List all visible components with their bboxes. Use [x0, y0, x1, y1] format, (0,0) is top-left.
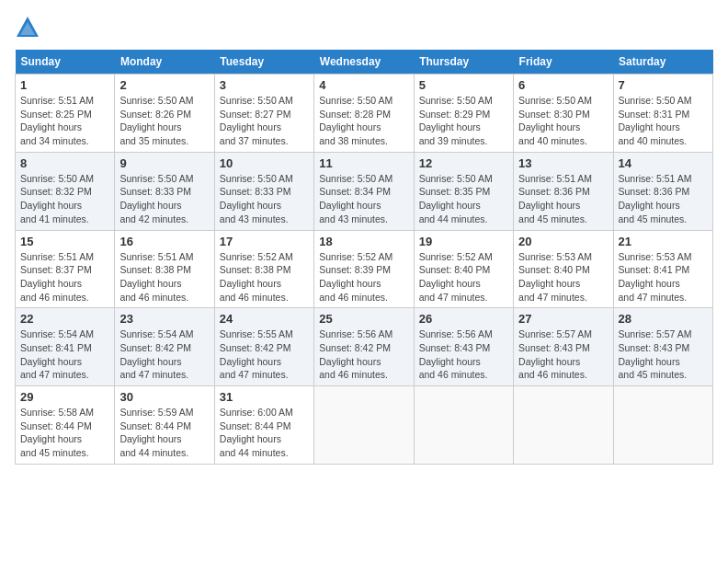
day-detail: Sunrise: 5:57 AM Sunset: 8:43 PM Dayligh…	[619, 327, 708, 382]
calendar-day-cell: 29 Sunrise: 5:58 AM Sunset: 8:44 PM Dayl…	[16, 386, 115, 465]
day-number: 20	[518, 235, 608, 248]
day-detail: Sunrise: 5:51 AM Sunset: 8:38 PM Dayligh…	[119, 250, 209, 304]
day-number: 15	[20, 235, 109, 248]
day-detail: Sunrise: 5:51 AM Sunset: 8:36 PM Dayligh…	[619, 172, 708, 226]
logo	[15, 15, 44, 40]
day-number: 17	[220, 235, 309, 248]
calendar-day-cell: 1 Sunrise: 5:51 AM Sunset: 8:25 PM Dayli…	[16, 75, 115, 153]
day-detail: Sunrise: 5:50 AM Sunset: 8:35 PM Dayligh…	[419, 172, 508, 226]
day-number: 25	[319, 312, 408, 326]
calendar-day-cell: 26 Sunrise: 5:56 AM Sunset: 8:43 PM Dayl…	[414, 308, 513, 386]
day-detail: Sunrise: 5:56 AM Sunset: 8:43 PM Dayligh…	[419, 327, 508, 382]
day-detail: Sunrise: 5:50 AM Sunset: 8:30 PM Dayligh…	[518, 94, 608, 148]
calendar-day-cell: 14 Sunrise: 5:51 AM Sunset: 8:36 PM Dayl…	[613, 152, 712, 230]
calendar-day-cell: 15 Sunrise: 5:51 AM Sunset: 8:37 PM Dayl…	[16, 230, 115, 308]
day-number: 12	[419, 156, 508, 170]
day-number: 30	[119, 390, 209, 404]
weekday-row: SundayMondayTuesdayWednesdayThursdayFrid…	[16, 50, 713, 75]
day-number: 6	[518, 78, 608, 92]
day-detail: Sunrise: 5:50 AM Sunset: 8:32 PM Dayligh…	[20, 172, 109, 226]
day-number: 3	[220, 78, 309, 92]
day-detail: Sunrise: 5:50 AM Sunset: 8:33 PM Dayligh…	[119, 172, 209, 226]
calendar-day-cell: 2 Sunrise: 5:50 AM Sunset: 8:26 PM Dayli…	[115, 75, 214, 153]
calendar-day-cell: 10 Sunrise: 5:50 AM Sunset: 8:33 PM Dayl…	[214, 152, 313, 230]
calendar-day-cell: 30 Sunrise: 5:59 AM Sunset: 8:44 PM Dayl…	[115, 386, 214, 465]
day-detail: Sunrise: 5:54 AM Sunset: 8:42 PM Dayligh…	[119, 327, 209, 382]
calendar-day-cell	[613, 386, 712, 465]
calendar-table: SundayMondayTuesdayWednesdayThursdayFrid…	[15, 50, 713, 465]
day-number: 5	[419, 78, 508, 92]
day-detail: Sunrise: 6:00 AM Sunset: 8:44 PM Dayligh…	[220, 406, 309, 460]
calendar-week-row: 15 Sunrise: 5:51 AM Sunset: 8:37 PM Dayl…	[16, 230, 713, 308]
day-number: 1	[20, 78, 109, 92]
day-number: 11	[319, 156, 408, 170]
day-number: 24	[220, 312, 309, 326]
calendar-day-cell: 5 Sunrise: 5:50 AM Sunset: 8:29 PM Dayli…	[414, 75, 513, 153]
day-detail: Sunrise: 5:53 AM Sunset: 8:41 PM Dayligh…	[619, 250, 708, 304]
calendar-day-cell: 13 Sunrise: 5:51 AM Sunset: 8:36 PM Dayl…	[514, 152, 613, 230]
weekday-header: Monday	[115, 50, 214, 75]
day-number: 8	[20, 156, 109, 170]
calendar-day-cell: 20 Sunrise: 5:53 AM Sunset: 8:40 PM Dayl…	[514, 230, 613, 308]
calendar-day-cell: 25 Sunrise: 5:56 AM Sunset: 8:42 PM Dayl…	[314, 308, 414, 386]
day-detail: Sunrise: 5:54 AM Sunset: 8:41 PM Dayligh…	[20, 327, 109, 382]
calendar-day-cell: 28 Sunrise: 5:57 AM Sunset: 8:43 PM Dayl…	[613, 308, 712, 386]
weekday-header: Wednesday	[314, 50, 414, 75]
calendar-day-cell: 23 Sunrise: 5:54 AM Sunset: 8:42 PM Dayl…	[115, 308, 214, 386]
day-number: 22	[20, 312, 109, 326]
calendar-day-cell: 18 Sunrise: 5:52 AM Sunset: 8:39 PM Dayl…	[314, 230, 414, 308]
calendar-day-cell: 27 Sunrise: 5:57 AM Sunset: 8:43 PM Dayl…	[514, 308, 613, 386]
day-number: 27	[518, 312, 608, 326]
day-number: 23	[119, 312, 209, 326]
calendar-day-cell: 9 Sunrise: 5:50 AM Sunset: 8:33 PM Dayli…	[115, 152, 214, 230]
calendar-day-cell: 24 Sunrise: 5:55 AM Sunset: 8:42 PM Dayl…	[214, 308, 313, 386]
day-detail: Sunrise: 5:52 AM Sunset: 8:40 PM Dayligh…	[419, 250, 508, 304]
day-detail: Sunrise: 5:50 AM Sunset: 8:31 PM Dayligh…	[619, 94, 708, 148]
day-number: 26	[419, 312, 508, 326]
day-detail: Sunrise: 5:50 AM Sunset: 8:27 PM Dayligh…	[220, 94, 309, 148]
calendar-day-cell	[514, 386, 613, 465]
day-detail: Sunrise: 5:55 AM Sunset: 8:42 PM Dayligh…	[220, 327, 309, 382]
day-detail: Sunrise: 5:50 AM Sunset: 8:34 PM Dayligh…	[319, 172, 408, 226]
day-detail: Sunrise: 5:57 AM Sunset: 8:43 PM Dayligh…	[518, 327, 608, 382]
day-number: 7	[619, 78, 708, 92]
day-number: 13	[518, 156, 608, 170]
day-detail: Sunrise: 5:50 AM Sunset: 8:29 PM Dayligh…	[419, 94, 508, 148]
day-number: 31	[220, 390, 309, 404]
weekday-header: Saturday	[613, 50, 712, 75]
day-detail: Sunrise: 5:50 AM Sunset: 8:26 PM Dayligh…	[119, 94, 209, 148]
day-number: 18	[319, 235, 408, 248]
page-header	[15, 15, 713, 40]
calendar-week-row: 29 Sunrise: 5:58 AM Sunset: 8:44 PM Dayl…	[16, 386, 713, 465]
day-detail: Sunrise: 5:56 AM Sunset: 8:42 PM Dayligh…	[319, 327, 408, 382]
calendar-day-cell: 6 Sunrise: 5:50 AM Sunset: 8:30 PM Dayli…	[514, 75, 613, 153]
calendar-body: 1 Sunrise: 5:51 AM Sunset: 8:25 PM Dayli…	[16, 75, 713, 465]
day-number: 2	[119, 78, 209, 92]
day-detail: Sunrise: 5:52 AM Sunset: 8:39 PM Dayligh…	[319, 250, 408, 304]
calendar-day-cell	[314, 386, 414, 465]
day-number: 9	[119, 156, 209, 170]
calendar-day-cell: 22 Sunrise: 5:54 AM Sunset: 8:41 PM Dayl…	[16, 308, 115, 386]
day-detail: Sunrise: 5:51 AM Sunset: 8:25 PM Dayligh…	[20, 94, 109, 148]
weekday-header: Sunday	[16, 50, 115, 75]
day-number: 16	[119, 235, 209, 248]
day-number: 4	[319, 78, 408, 92]
weekday-header: Tuesday	[214, 50, 313, 75]
calendar-day-cell: 3 Sunrise: 5:50 AM Sunset: 8:27 PM Dayli…	[214, 75, 313, 153]
day-detail: Sunrise: 5:59 AM Sunset: 8:44 PM Dayligh…	[119, 406, 209, 460]
day-detail: Sunrise: 5:53 AM Sunset: 8:40 PM Dayligh…	[518, 250, 608, 304]
calendar-day-cell: 8 Sunrise: 5:50 AM Sunset: 8:32 PM Dayli…	[16, 152, 115, 230]
calendar-day-cell: 17 Sunrise: 5:52 AM Sunset: 8:38 PM Dayl…	[214, 230, 313, 308]
day-number: 19	[419, 235, 508, 248]
calendar-week-row: 22 Sunrise: 5:54 AM Sunset: 8:41 PM Dayl…	[16, 308, 713, 386]
day-detail: Sunrise: 5:58 AM Sunset: 8:44 PM Dayligh…	[20, 406, 109, 460]
calendar-day-cell: 31 Sunrise: 6:00 AM Sunset: 8:44 PM Dayl…	[214, 386, 313, 465]
calendar-day-cell: 4 Sunrise: 5:50 AM Sunset: 8:28 PM Dayli…	[314, 75, 414, 153]
day-number: 14	[619, 156, 708, 170]
weekday-header: Friday	[514, 50, 613, 75]
calendar-day-cell: 7 Sunrise: 5:50 AM Sunset: 8:31 PM Dayli…	[613, 75, 712, 153]
calendar-week-row: 8 Sunrise: 5:50 AM Sunset: 8:32 PM Dayli…	[16, 152, 713, 230]
day-number: 29	[20, 390, 109, 404]
logo-icon	[15, 15, 40, 40]
day-detail: Sunrise: 5:52 AM Sunset: 8:38 PM Dayligh…	[220, 250, 309, 304]
